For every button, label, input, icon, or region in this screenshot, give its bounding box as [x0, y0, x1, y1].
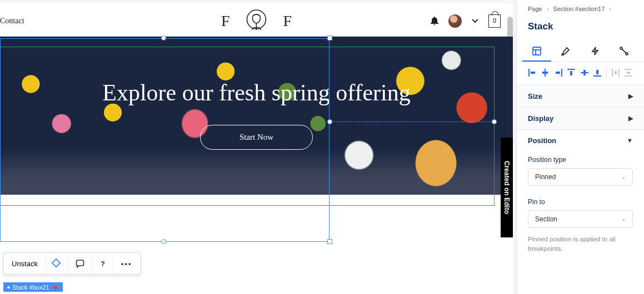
tab-settings[interactable] — [610, 41, 638, 62]
element-tag-arrow: ◂ — [7, 283, 10, 291]
handle-br[interactable] — [327, 239, 332, 244]
align-right[interactable] — [552, 67, 565, 80]
svg-point-3 — [620, 47, 622, 49]
help-icon: ? — [101, 260, 105, 268]
svg-rect-2 — [533, 47, 541, 55]
align-bottom[interactable] — [591, 67, 605, 80]
site-header: Contact F F — [0, 3, 513, 37]
section-size[interactable]: Size ▶ — [517, 85, 644, 108]
svg-rect-15 — [593, 75, 601, 77]
tab-layout[interactable] — [522, 41, 551, 62]
svg-rect-11 — [567, 69, 575, 70]
layout-icon — [532, 47, 541, 55]
chevron-right-icon: ▶ — [628, 93, 633, 100]
brush-icon — [561, 47, 570, 55]
pin-to-label: Pin to — [528, 198, 633, 206]
comment-button[interactable] — [68, 253, 93, 274]
floating-toolbar: Unstack ? ••• — [3, 252, 141, 275]
more-icon: ••• — [121, 260, 132, 268]
site-logo[interactable]: F F — [221, 9, 292, 33]
rose-icon — [244, 9, 269, 33]
nav-link-contact[interactable]: Contact — [0, 17, 24, 26]
canvas-area[interactable]: Contact F F — [0, 0, 516, 294]
svg-rect-19 — [615, 71, 617, 74]
more-button[interactable]: ••• — [113, 253, 140, 274]
svg-rect-16 — [596, 70, 598, 74]
panel-title: Stack — [517, 18, 644, 41]
logo-letter-left: F — [221, 12, 230, 30]
align-center-h[interactable] — [539, 67, 552, 80]
element-tag-label: Stack #box21 — [12, 284, 49, 291]
hero-heading[interactable]: Explore our fresh spring offering — [102, 78, 410, 108]
svg-rect-1 — [76, 260, 83, 266]
inspector-panel: Page › Section #section17 › Stack — [516, 0, 644, 294]
section-display-label: Display — [528, 114, 553, 123]
animation-button[interactable] — [46, 253, 68, 274]
svg-rect-20 — [625, 69, 632, 70]
align-center-v[interactable] — [578, 67, 591, 80]
svg-rect-21 — [625, 75, 632, 77]
tab-style[interactable] — [551, 41, 580, 62]
align-top[interactable] — [565, 67, 578, 80]
svg-rect-12 — [570, 71, 572, 75]
svg-rect-22 — [627, 72, 630, 74]
pin-icon: 📌 — [51, 283, 59, 292]
svg-point-4 — [626, 53, 628, 55]
bell-icon[interactable] — [431, 17, 438, 26]
align-row — [517, 62, 644, 85]
chevron-down-icon: ▼ — [627, 137, 633, 144]
chevron-down-icon[interactable] — [472, 19, 478, 23]
align-left[interactable] — [526, 67, 539, 80]
section-position-label: Position — [528, 136, 556, 145]
svg-rect-10 — [556, 72, 560, 74]
avatar[interactable] — [448, 14, 462, 28]
crumb-section[interactable]: Section #section17 — [553, 6, 605, 12]
chevron-down-icon: ⌄ — [621, 216, 626, 222]
section-size-label: Size — [528, 92, 542, 100]
position-type-label: Position type — [528, 156, 633, 164]
svg-rect-14 — [583, 70, 586, 75]
position-type-select[interactable]: Pinned ⌄ — [528, 168, 633, 186]
chevron-right-icon: › — [609, 6, 611, 12]
distribute-h[interactable] — [609, 67, 622, 80]
unstack-label: Unstack — [12, 260, 38, 268]
chevron-right-icon: ▶ — [628, 115, 633, 122]
unstack-button[interactable]: Unstack — [4, 253, 46, 274]
hero-section[interactable]: Explore our fresh spring offering Start … — [0, 37, 513, 195]
logo-letter-right: F — [283, 12, 292, 30]
handle-bottom[interactable] — [161, 239, 166, 244]
distribute-v[interactable] — [622, 67, 636, 80]
position-info-text: Pinned position is applied to all breakp… — [517, 230, 644, 258]
pin-to-value: Section — [535, 215, 557, 223]
element-tag[interactable]: ◂ Stack #box21 📌 — [3, 282, 63, 292]
side-badge[interactable]: Created on Edito — [501, 138, 513, 237]
crumb-page[interactable]: Page — [528, 6, 542, 12]
svg-rect-6 — [531, 72, 535, 74]
breadcrumb: Page › Section #section17 › — [517, 0, 644, 18]
position-type-value: Pinned — [535, 173, 556, 181]
comment-icon — [76, 259, 84, 268]
section-position[interactable]: Position ▼ — [517, 130, 644, 151]
svg-rect-8 — [542, 72, 548, 74]
pin-to-select[interactable]: Section ⌄ — [528, 210, 633, 228]
chevron-down-icon: ⌄ — [621, 174, 626, 180]
svg-rect-9 — [561, 69, 562, 77]
chevron-right-icon: › — [547, 6, 549, 12]
tab-interactions[interactable] — [581, 41, 610, 62]
shopping-bag[interactable]: 0 — [488, 14, 501, 28]
lightning-icon — [591, 47, 599, 55]
section-display[interactable]: Display ▶ — [517, 108, 644, 130]
svg-rect-18 — [618, 69, 620, 77]
help-button[interactable]: ? — [93, 253, 113, 274]
path-icon — [620, 47, 628, 55]
hero-cta-button[interactable]: Start Now — [200, 125, 313, 150]
cart-count: 0 — [493, 18, 496, 24]
svg-rect-5 — [528, 69, 530, 77]
svg-rect-17 — [612, 69, 613, 77]
